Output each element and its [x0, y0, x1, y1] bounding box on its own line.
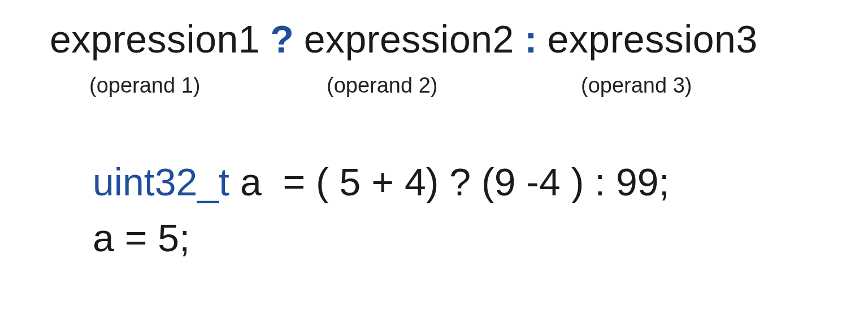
colon-operator: :: [514, 17, 548, 61]
code-line-1: uint32_t a = ( 5 + 4) ? (9 -4 ) : 99;: [93, 154, 834, 210]
slide-content: expression1 ? expression2 : expression3 …: [0, 0, 868, 323]
operand3-label: (operand 3): [564, 73, 767, 98]
operand2-label: (operand 2): [321, 73, 564, 98]
expression2-label: expression2: [304, 17, 514, 61]
operand-annotations: (operand 1) (operand 2) (operand 3): [84, 73, 834, 98]
ternary-syntax: expression1 ? expression2 : expression3: [50, 17, 834, 61]
expression1-label: expression1: [50, 17, 260, 61]
code-example: uint32_t a = ( 5 + 4) ? (9 -4 ) : 99; a …: [93, 154, 834, 265]
question-operator: ?: [260, 17, 304, 61]
code-line-1-rest: a = ( 5 + 4) ? (9 -4 ) : 99;: [229, 160, 670, 203]
operand1-label: (operand 1): [84, 73, 321, 98]
expression3-label: expression3: [548, 17, 758, 61]
type-keyword: uint32_t: [93, 160, 229, 203]
code-line-2: a = 5;: [93, 210, 834, 266]
